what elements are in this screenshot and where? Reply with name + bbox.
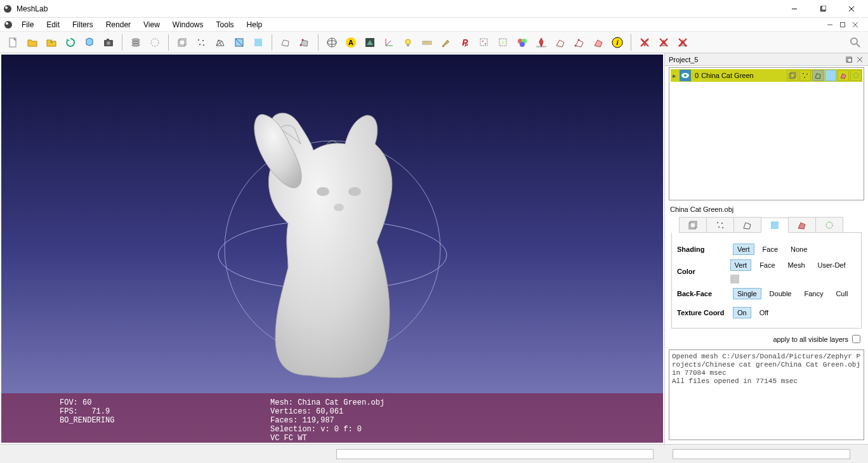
- menu-file[interactable]: File: [15, 18, 40, 32]
- menu-view[interactable]: View: [137, 18, 166, 32]
- maximize-button[interactable]: [808, 0, 837, 18]
- dock-close-icon[interactable]: [855, 55, 864, 64]
- select-points-button[interactable]: [475, 34, 493, 51]
- tab-fill[interactable]: [761, 218, 789, 233]
- svg-point-51: [485, 43, 486, 44]
- color-mesh[interactable]: Mesh: [784, 259, 810, 271]
- backface-cull[interactable]: Cull: [831, 288, 852, 299]
- log-panel[interactable]: Opened mesh C:/Users/Donald/Pictures/Zep…: [669, 349, 864, 440]
- measure-button[interactable]: [418, 34, 436, 51]
- selected-vert-button[interactable]: [296, 34, 313, 51]
- backface-fancy[interactable]: Fancy: [799, 288, 827, 299]
- tab-points[interactable]: [706, 217, 734, 232]
- shading-vert[interactable]: Vert: [733, 244, 754, 255]
- select-connected-button[interactable]: [551, 34, 569, 51]
- menu-edit[interactable]: Edit: [40, 18, 66, 32]
- menu-tools[interactable]: Tools: [210, 18, 240, 32]
- texcoord-off[interactable]: Off: [755, 307, 773, 318]
- delete-vertices-button[interactable]: [636, 34, 654, 51]
- info-button[interactable]: i: [608, 34, 626, 51]
- texcoord-on[interactable]: On: [733, 307, 751, 318]
- tab-bbox[interactable]: [679, 217, 707, 232]
- layer-sel-icon[interactable]: [838, 70, 849, 81]
- mdi-close-icon[interactable]: [850, 20, 860, 30]
- delete-faces-button[interactable]: [655, 34, 673, 51]
- tab-edge[interactable]: [815, 217, 843, 232]
- apply-all-checkbox[interactable]: [852, 335, 860, 343]
- layer-row[interactable]: ▸ 0 China Cat Green: [671, 69, 862, 82]
- expand-icon[interactable]: ▸: [671, 72, 678, 80]
- axis-button[interactable]: [380, 34, 398, 51]
- svg-point-89: [806, 74, 808, 75]
- svg-point-24: [202, 40, 204, 41]
- export-mesh-button[interactable]: [81, 34, 98, 51]
- smooth-button[interactable]: [249, 34, 267, 51]
- mdi-restore-icon[interactable]: [838, 20, 848, 30]
- light-button[interactable]: [399, 34, 417, 51]
- select-all-button[interactable]: [589, 34, 607, 51]
- align-button[interactable]: A: [342, 34, 360, 51]
- import-mesh-button[interactable]: [43, 34, 60, 51]
- show-raster-button[interactable]: [146, 34, 164, 51]
- layer-wire-icon[interactable]: [812, 70, 824, 81]
- svg-rect-99: [771, 221, 779, 229]
- minimize-button[interactable]: [780, 0, 808, 18]
- show-layers-button[interactable]: [127, 34, 145, 51]
- snapshot-button[interactable]: [100, 34, 117, 51]
- reload-button[interactable]: [62, 34, 79, 51]
- open-project-button[interactable]: [23, 34, 41, 51]
- select-faces-button[interactable]: [494, 34, 512, 51]
- globe-button[interactable]: [323, 34, 341, 51]
- 3d-viewport[interactable]: FOV: 60 FPS: 71.9 BO_RENDERING Mesh: Chi…: [1, 55, 663, 443]
- arc3d-button[interactable]: [361, 34, 379, 51]
- color-userdef[interactable]: User-Def: [813, 259, 850, 271]
- backface-double[interactable]: Double: [765, 288, 796, 299]
- window-controls: [780, 0, 865, 18]
- search-button[interactable]: [846, 34, 864, 51]
- svg-point-78: [348, 187, 361, 196]
- viewport-container: FOV: 60 FPS: 71.9 BO_RENDERING Mesh: Chi…: [0, 53, 664, 444]
- tab-sel[interactable]: [788, 217, 816, 232]
- points-button[interactable]: [192, 34, 210, 51]
- info-selection: Selection: v: 0 f: 0: [270, 425, 385, 434]
- menu-windows[interactable]: Windows: [166, 18, 210, 32]
- layer-fill-icon[interactable]: [825, 70, 836, 81]
- color-swatch[interactable]: [730, 275, 739, 284]
- visibility-icon[interactable]: [680, 70, 691, 81]
- select-vertices-button[interactable]: [570, 34, 588, 51]
- delete-faces-verts-button[interactable]: [674, 34, 692, 51]
- layer-tree[interactable]: ▸ 0 China Cat Green: [669, 67, 864, 200]
- layer-edge-icon[interactable]: [850, 70, 862, 81]
- layer-points-icon[interactable]: [799, 70, 811, 81]
- bbox-button[interactable]: [173, 34, 191, 51]
- color-vert[interactable]: Vert: [730, 259, 752, 271]
- menu-render[interactable]: Render: [100, 18, 137, 32]
- shading-face[interactable]: Face: [758, 244, 782, 255]
- selected-face-button[interactable]: [277, 34, 294, 51]
- close-button[interactable]: [837, 0, 865, 18]
- menu-help[interactable]: Help: [240, 18, 269, 32]
- dock-float-icon[interactable]: [845, 55, 853, 64]
- texcoord-label: Texture Coord: [677, 309, 733, 316]
- flat-lines-button[interactable]: [230, 34, 248, 51]
- svg-point-90: [804, 77, 805, 78]
- color-button[interactable]: [513, 34, 531, 51]
- wireframe-button[interactable]: [211, 34, 229, 51]
- shading-none[interactable]: None: [786, 244, 812, 255]
- layer-bbox-icon[interactable]: [787, 70, 798, 81]
- new-project-button[interactable]: [4, 34, 22, 51]
- svg-point-98: [722, 227, 723, 228]
- app-icon: [3, 4, 13, 14]
- paint-button[interactable]: [437, 34, 455, 51]
- color-face[interactable]: Face: [755, 259, 779, 271]
- svg-text:P: P: [464, 42, 468, 48]
- dock-title-label: Project_5: [669, 56, 698, 63]
- svg-line-40: [386, 41, 391, 46]
- tab-wire[interactable]: [733, 217, 761, 232]
- menu-filters[interactable]: Filters: [66, 18, 100, 32]
- plugin-p-button[interactable]: PP: [456, 34, 474, 51]
- backface-single[interactable]: Single: [733, 288, 761, 299]
- georef-button[interactable]: GEOREF: [532, 34, 550, 51]
- mdi-minimize-icon[interactable]: [825, 20, 835, 30]
- svg-point-8: [6, 22, 8, 25]
